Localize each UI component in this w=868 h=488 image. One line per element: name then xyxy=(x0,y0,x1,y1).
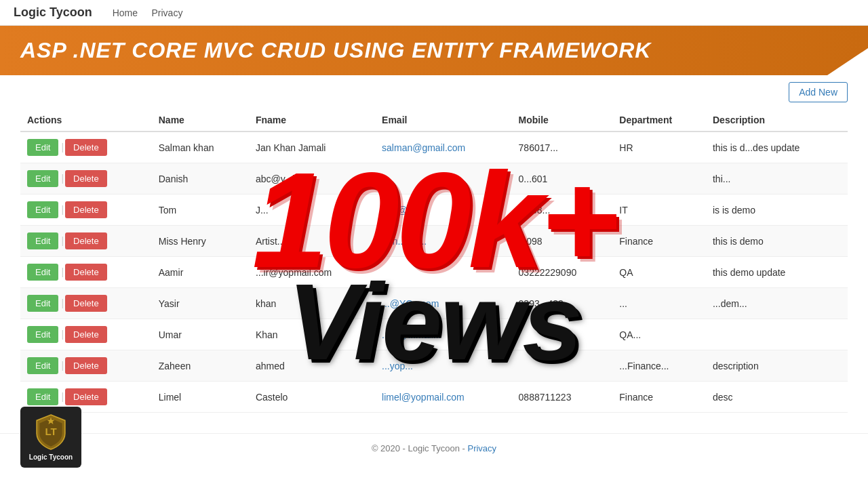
fname-cell: ...ir@yopmail.com xyxy=(249,257,375,288)
col-fname: Fname xyxy=(249,109,375,131)
fname-cell: Artist... xyxy=(249,226,375,257)
action-separator: | xyxy=(61,235,64,246)
mobile-cell xyxy=(512,350,613,382)
name-cell: Tom xyxy=(152,195,249,226)
add-new-button[interactable]: Add New xyxy=(789,82,848,102)
brand-name: Logic Tycoon xyxy=(14,5,92,20)
email-link[interactable]: ...yop... xyxy=(382,361,413,371)
action-separator: | xyxy=(61,204,64,215)
fname-cell: abc@y...hc... xyxy=(249,163,375,195)
table-row: Edit|Delete Salman khanJan Khan Jamalisa… xyxy=(20,131,848,163)
email-cell: tom@... xyxy=(375,195,512,226)
edit-button[interactable]: Edit xyxy=(27,326,58,343)
email-link[interactable]: hen...pm... xyxy=(382,236,427,247)
col-mobile: Mobile xyxy=(512,109,613,131)
email-cell: salman@gmail.com xyxy=(375,131,512,163)
actions-cell: Edit|Delete xyxy=(20,257,152,288)
email-link[interactable]: ...ar@...mail... xyxy=(382,329,441,340)
mobile-cell: 0393...483... xyxy=(512,288,613,319)
shield-icon: LT xyxy=(34,413,68,451)
actions-cell: Edit|Delete xyxy=(20,195,152,226)
page-footer: © 2020 - Logic Tycoon - Privacy xyxy=(0,433,868,463)
delete-button[interactable]: Delete xyxy=(65,139,107,156)
email-link[interactable]: tom@... xyxy=(382,205,415,216)
edit-button[interactable]: Edit xyxy=(27,232,58,249)
email-cell xyxy=(375,257,512,288)
actions-cell: Edit|Delete xyxy=(20,319,152,350)
description-cell: this demo update xyxy=(706,257,848,288)
email-cell: limel@yopmail.com xyxy=(375,382,512,413)
department-cell: ...Finance... xyxy=(612,350,706,382)
email-link[interactable]: ...@YO...com xyxy=(382,298,439,309)
name-cell: Salman khan xyxy=(152,131,249,163)
email-cell: hen...pm... xyxy=(375,226,512,257)
data-table-container: Actions Name Fname Email Mobile Departme… xyxy=(0,109,868,426)
delete-button[interactable]: Delete xyxy=(65,295,107,312)
banner-title: ASP .NET CORE MVC CRUD USING ENTITY FRAM… xyxy=(20,38,651,62)
footer-text: © 2020 - Logic Tycoon - xyxy=(372,443,465,453)
department-cell: ... xyxy=(612,288,706,319)
actions-cell: Edit|Delete xyxy=(20,226,152,257)
footer-privacy-link[interactable]: Privacy xyxy=(467,443,496,453)
edit-button[interactable]: Edit xyxy=(27,264,58,281)
action-separator: | xyxy=(61,391,64,402)
email-cell: ...ar@...mail... xyxy=(375,319,512,350)
edit-button[interactable]: Edit xyxy=(27,170,58,187)
name-cell: Aamir xyxy=(152,257,249,288)
page-banner: ASP .NET CORE MVC CRUD USING ENTITY FRAM… xyxy=(0,26,868,75)
add-new-area: Add New xyxy=(0,75,868,109)
email-link[interactable]: limel@yopmail.com xyxy=(382,392,465,403)
action-separator: | xyxy=(61,173,64,184)
table-row: Edit|Delete Yasirkhan...@YO...com0393...… xyxy=(20,288,848,319)
nav-privacy[interactable]: Privacy xyxy=(151,7,182,18)
delete-button[interactable]: Delete xyxy=(65,357,107,374)
table-header: Actions Name Fname Email Mobile Departme… xyxy=(20,109,848,131)
banner-corner-decoration xyxy=(827,48,868,75)
action-separator: | xyxy=(61,298,64,308)
fname-cell: Khan xyxy=(249,319,375,350)
table-row: Edit|Delete Miss HenryArtist...hen...pm.… xyxy=(20,226,848,257)
fname-cell: Castelo xyxy=(249,382,375,413)
department-cell: Finance xyxy=(612,382,706,413)
delete-button[interactable]: Delete xyxy=(65,388,107,405)
description-cell: is is demo xyxy=(706,195,848,226)
email-cell: ...yop... xyxy=(375,350,512,382)
table-row: Edit|Delete Aamir...ir@yopmail.com032222… xyxy=(20,257,848,288)
department-cell: IT xyxy=(612,195,706,226)
edit-button[interactable]: Edit xyxy=(27,295,58,312)
delete-button[interactable]: Delete xyxy=(65,170,107,187)
email-cell xyxy=(375,163,512,195)
table-row: Edit|Delete TomJ...tom@......238...ITis … xyxy=(20,195,848,226)
delete-button[interactable]: Delete xyxy=(65,264,107,281)
action-separator: | xyxy=(61,329,64,340)
department-cell: Finance xyxy=(612,226,706,257)
col-name: Name xyxy=(152,109,249,131)
edit-button[interactable]: Edit xyxy=(27,357,58,374)
description-cell: ...dem... xyxy=(706,288,848,319)
delete-button[interactable]: Delete xyxy=(65,326,107,343)
description-cell: description xyxy=(706,350,848,382)
email-cell: ...@YO...com xyxy=(375,288,512,319)
description-cell: thi... xyxy=(706,163,848,195)
department-cell xyxy=(612,163,706,195)
email-link[interactable]: salman@gmail.com xyxy=(382,142,465,153)
actions-cell: Edit|Delete xyxy=(20,163,152,195)
mobile-cell: ...098 xyxy=(512,226,613,257)
mobile-cell: 03222229090 xyxy=(512,257,613,288)
nav-home[interactable]: Home xyxy=(113,7,138,18)
name-cell: Danish xyxy=(152,163,249,195)
action-separator: | xyxy=(61,360,64,371)
edit-button[interactable]: Edit xyxy=(27,201,58,218)
edit-button[interactable]: Edit xyxy=(27,388,58,405)
col-description: Description xyxy=(706,109,848,131)
description-cell: this is demo xyxy=(706,226,848,257)
department-cell: HR xyxy=(612,131,706,163)
action-separator: | xyxy=(61,266,64,277)
table-row: Edit|Delete UmarKhan...ar@...mail...QA..… xyxy=(20,319,848,350)
edit-button[interactable]: Edit xyxy=(27,139,58,156)
fname-cell: Jan Khan Jamali xyxy=(249,131,375,163)
delete-button[interactable]: Delete xyxy=(65,201,107,218)
nav-links: Home Privacy xyxy=(113,7,194,19)
description-cell: this is d...des update xyxy=(706,131,848,163)
delete-button[interactable]: Delete xyxy=(65,232,107,249)
